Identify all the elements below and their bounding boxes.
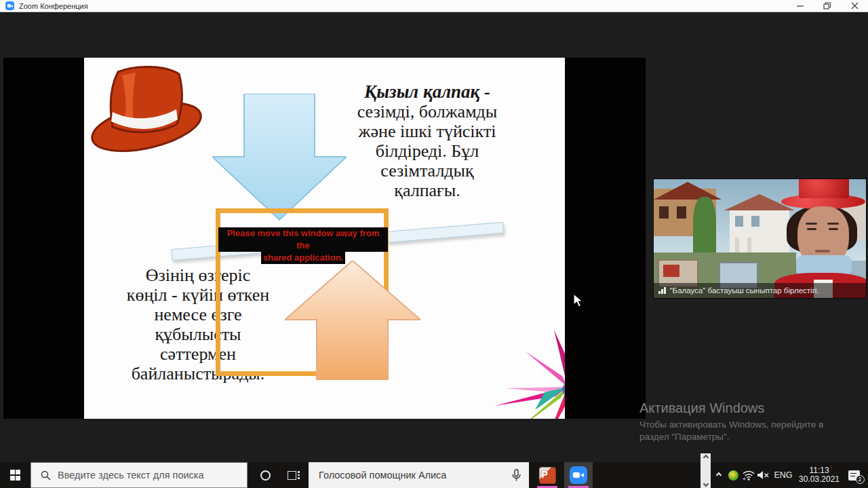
notification-badge: 2 — [856, 475, 865, 484]
orange-up-arrow — [285, 261, 420, 380]
powerpoint-icon — [539, 467, 556, 484]
presentation-slide: Қызыл қалпақ - сезімді, болжамды және іш… — [84, 58, 565, 419]
action-center-button[interactable]: 2 — [844, 462, 864, 488]
participant-video[interactable]: "Балауса" бастауыш сыныптар бірлестігі. — [653, 179, 867, 299]
scroll-up-icon[interactable] — [703, 455, 708, 460]
volume-tray-icon[interactable] — [755, 462, 772, 488]
zoom-app-icon — [5, 1, 14, 10]
windows-logo-icon — [10, 470, 21, 481]
microphone-icon[interactable] — [512, 469, 521, 482]
notification-icon: 2 — [848, 470, 860, 481]
windows-activation-watermark: Активация Windows Чтобы активировать Win… — [639, 400, 823, 443]
show-hidden-icons-button[interactable] — [712, 462, 726, 488]
antivirus-ball-icon — [728, 470, 738, 481]
warning-line-1: Please move this window away from the — [218, 227, 388, 252]
search-icon — [41, 470, 51, 481]
webcam-house-left-roof — [654, 182, 722, 200]
person-red-hat-crown — [799, 179, 849, 198]
close-icon — [851, 2, 859, 10]
slide-heading: Қызыл қалпақ - — [327, 82, 528, 102]
webcam-poster-photo — [663, 265, 679, 277]
wifi-icon — [743, 470, 755, 481]
windows-taskbar: ENG 11:13 30.03.2021 2 — [0, 462, 868, 488]
language-code: ENG — [774, 470, 792, 480]
webcam-window — [659, 206, 669, 219]
webcam-window — [677, 206, 686, 219]
window-titlebar: Zoom Конференция — [0, 0, 868, 12]
minimize-button[interactable] — [787, 0, 814, 12]
search-input[interactable] — [58, 470, 247, 481]
person-eye — [829, 228, 838, 230]
minimize-icon — [797, 2, 804, 10]
chevron-up-icon — [716, 472, 722, 478]
cortana-button[interactable] — [254, 462, 277, 488]
taskbar-clock[interactable]: 11:13 30.03.2021 — [795, 462, 844, 488]
alice-assistant-box[interactable] — [309, 462, 529, 488]
taskbar-powerpoint-button[interactable] — [533, 462, 561, 488]
task-view-icon — [288, 471, 296, 480]
slide-body-line: қалпағы. — [327, 181, 528, 200]
alice-input[interactable] — [309, 470, 512, 481]
mini-scrollbar[interactable] — [701, 453, 711, 488]
slide-body-line: білдіреді. Бұл — [327, 141, 528, 161]
activation-line-2: раздел "Параметры". — [639, 431, 823, 443]
scroll-down-icon[interactable] — [703, 481, 708, 487]
windows-search-box[interactable] — [31, 462, 248, 488]
warning-line-2: shared application. — [261, 252, 345, 264]
person-eyebrow — [827, 223, 839, 225]
signal-strength-icon — [658, 287, 666, 294]
webcam-window — [751, 216, 760, 227]
zoom-warning-message: Please move this window away from the sh… — [218, 227, 388, 264]
taskbar-zoom-button[interactable] — [564, 462, 593, 488]
slide-body-line: сезімді, болжамды — [327, 102, 528, 121]
person-eye — [807, 228, 816, 230]
language-indicator[interactable]: ENG — [772, 462, 795, 488]
network-tray-icon[interactable] — [741, 462, 757, 488]
zoom-camera-icon — [570, 466, 587, 484]
person-eyebrow — [806, 223, 817, 225]
start-button[interactable] — [0, 462, 31, 488]
mouse-cursor — [573, 293, 584, 308]
slide-body-line: сезімталдық — [327, 161, 528, 181]
cortana-circle-icon — [260, 470, 271, 481]
restore-icon — [823, 2, 831, 10]
close-button[interactable] — [841, 0, 868, 12]
activation-line-1: Чтобы активировать Windows, перейдите в — [639, 419, 823, 431]
clock-date: 30.03.2021 — [799, 475, 840, 484]
participant-name: "Балауса" бастауыш сыныптар бірлестігі. — [670, 286, 819, 295]
task-view-icon-dots — [298, 471, 300, 479]
participant-name-bar: "Балауса" бастауыш сыныптар бірлестігі. — [654, 283, 866, 298]
webcam-tree — [693, 197, 716, 258]
restore-button[interactable] — [814, 0, 841, 12]
person-mouth — [815, 250, 830, 252]
task-view-button[interactable] — [281, 462, 307, 488]
slide-title-block: Қызыл қалпақ - сезімді, болжамды және іш… — [327, 82, 528, 200]
red-hat-image — [87, 60, 209, 162]
window-title: Zoom Конференция — [19, 2, 787, 10]
speaker-muted-icon — [757, 470, 770, 480]
webcam-window — [735, 216, 743, 227]
starburst-decoration — [492, 326, 565, 419]
activation-title: Активация Windows — [639, 400, 823, 416]
slide-body-line: және ішкі түйсікті — [327, 121, 528, 141]
antivirus-tray-icon[interactable] — [726, 462, 741, 488]
